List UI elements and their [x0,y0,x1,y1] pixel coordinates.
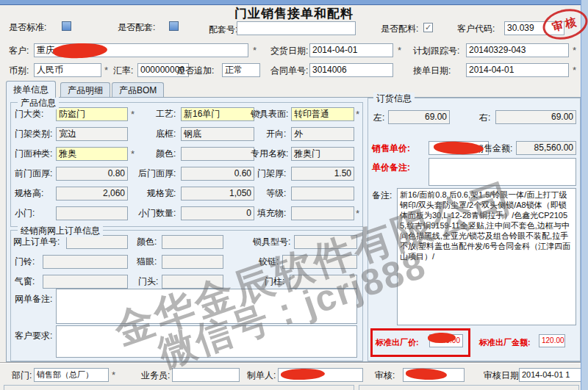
salesman-label: 业务员: [141,370,170,380]
hinge-label: 铰链: [259,256,279,267]
color-label: 颜色: [156,148,176,159]
salesman-field[interactable] [172,368,240,382]
door-head-field[interactable] [162,275,223,289]
order-info-group-title: 订货信息 [373,93,415,105]
customer-request-label: 客户要求: [15,331,52,341]
frame-thickness-label: 门架厚: [257,168,286,178]
currency-field[interactable]: 人民币 [34,63,101,77]
order-date-field[interactable]: 2014-04-01 [466,63,569,77]
dealer-color-field[interactable] [162,235,223,249]
special-name-label: 专用名称: [251,148,288,159]
frame-thickness-field[interactable]: 1.50 [291,167,354,181]
department-label: 部门: [12,370,32,380]
hinge-field[interactable] [282,255,357,269]
craft-field[interactable]: 新16单门 [181,107,254,121]
small-door-qty-field[interactable]: 0 [181,206,254,220]
frame-type-label: 门架类别: [15,129,52,139]
front-thickness-field[interactable]: 0.80 [56,167,128,181]
spec-height-field[interactable]: 2,060 [56,187,128,201]
peephole-field[interactable] [162,255,223,269]
door-category-field[interactable]: 防盗门 [56,107,128,121]
is-material-label: 是否配料: [381,24,418,34]
right-price-field[interactable]: 69.00 [495,110,576,124]
lock-surface-field[interactable]: 转印普通 [291,107,354,121]
spec-width-field[interactable]: 1,050 [181,187,254,201]
online-remark-label: 网单备注: [15,294,52,304]
tab-order-info[interactable]: 接单信息 [6,81,56,98]
next-section-cutoff-right [359,385,579,390]
contract-no-field[interactable]: 3014006 [309,63,393,77]
filler-label: 填充物: [257,208,286,218]
order-form-window: 门业销售接单和配料 是否标准: 是否配套: 配套号: 是否配料: ✓ 客户代码:… [0,0,588,390]
is-material-checkbox[interactable]: ✓ [423,23,433,32]
is-append-field[interactable]: 正常 [222,63,260,77]
tab-product-bom[interactable]: 产品BOM [112,82,164,98]
dealer-color-label: 颜色: [137,236,157,247]
required-mark: * [253,45,257,56]
doorbell-label: 门铃: [15,256,35,267]
contract-no-label: 合同单号: [270,65,308,76]
rate-label: 汇率: [113,65,133,76]
delivery-date-label: 交货日期: [270,46,308,56]
frame-type-field[interactable]: 宽边 [56,127,128,141]
customer-request-textarea[interactable] [56,325,357,358]
back-thickness-label: 后门面厚: [138,168,176,178]
special-name-field[interactable]: 雅奥门 [291,147,354,161]
std-factory-amount-field[interactable]: 120.00 [539,334,565,347]
footer-separator [0,362,581,364]
back-thickness-field[interactable]: 0.60 [181,167,254,181]
department-field[interactable]: 销售部（总厂） [34,368,109,382]
customer-code-label: 客户代码: [457,24,495,34]
left-price-field[interactable]: 69.00 [388,110,450,124]
face-type-field[interactable]: 雅奥 [56,147,128,161]
is-kit-label: 是否配套: [118,22,155,32]
bottom-frame-field[interactable]: 钢底 [181,127,254,141]
lock-model-label: 锁具型号: [253,236,290,247]
window-right-edge [581,0,588,390]
audit-date-label: 审核日期: [484,370,521,380]
sales-amount-field[interactable]: 85,560.00 [516,141,576,155]
online-remark-textarea[interactable] [56,289,357,324]
customer-label: 客户: [9,46,29,56]
required-mark: * [573,65,576,76]
small-door-qty-label: 小门数量: [138,208,176,218]
remark-label: 备注: [372,190,392,201]
kit-no-field[interactable] [237,21,356,35]
face-type-label: 门面种类: [15,148,52,159]
door-pillar-field[interactable] [290,275,357,289]
doorbell-field[interactable] [43,255,128,269]
open-direction-field[interactable]: 外 [291,127,354,141]
peephole-label: 猫眼: [137,256,157,267]
delivery-date-field[interactable]: 2014-04-01 [309,43,393,57]
window-top-edge [0,0,588,5]
audit-date-field[interactable]: 2014-04-01 1 [519,368,584,382]
color-field[interactable] [181,147,254,161]
lock-model-field[interactable] [294,235,357,249]
transom-field[interactable] [43,275,128,289]
front-thickness-label: 前门面厚: [15,168,52,178]
filler-field[interactable] [291,206,354,220]
right-price-label: 右: [479,112,490,123]
is-kit-checkbox[interactable] [169,21,179,31]
grade-field[interactable] [291,187,354,201]
required-mark: * [112,369,115,380]
door-pillar-label: 门柱: [265,276,284,286]
lock-surface-label: 锁具表面: [251,109,288,119]
craft-label: 工艺: [156,109,176,119]
kit-no-label: 配套号: [209,24,237,35]
is-standard-checkbox[interactable] [62,21,71,31]
required-mark: * [356,109,359,120]
required-mark: * [131,148,135,159]
tab-product-detail[interactable]: 产品明细 [60,82,110,98]
remark-textarea[interactable]: 新16/面前0.8,后0.6,架1.5/铃眼一体/面上打丁级钢印/双头套防尘罩/… [397,188,576,325]
next-section-cutoff-left [4,385,354,390]
currency-label: 币别: [9,65,29,76]
plan-track-field[interactable]: 20140329-043 [466,43,569,57]
spec-height-label: 规格高: [15,188,43,198]
required-mark: * [398,45,401,56]
auditor-label: 审核: [375,370,395,380]
price-note-textarea[interactable] [429,158,576,186]
required-mark: * [131,109,135,120]
door-head-label: 门头: [138,276,158,286]
small-door-field[interactable] [56,206,128,220]
